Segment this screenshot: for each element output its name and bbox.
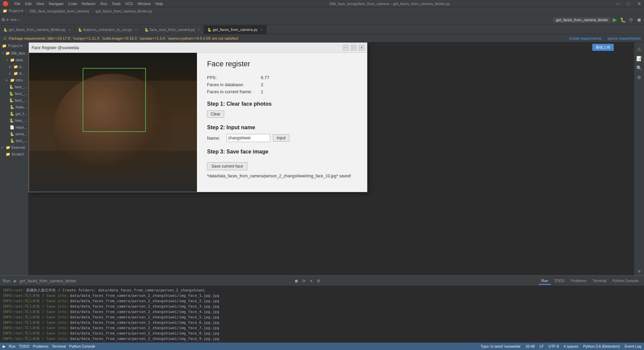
menu-window[interactable]: Window bbox=[137, 2, 151, 6]
run-line-7: INFO:root:写入本地 / Save into: data/data_fa… bbox=[3, 325, 641, 330]
toolbar-btn-1[interactable]: ⚙ bbox=[1, 17, 5, 22]
side-icon-5[interactable]: ≡ bbox=[635, 267, 643, 275]
side-icon-2[interactable]: 📝 bbox=[635, 55, 643, 63]
side-icon-4[interactable]: ⚙ bbox=[635, 73, 643, 81]
run-btn[interactable]: ▶ bbox=[613, 16, 617, 23]
toolbar-btn-2[interactable]: ≡ bbox=[6, 17, 9, 22]
run-line-3: INFO:root:写入本地 / Save into: data/data_fa… bbox=[3, 304, 641, 309]
tree-featu[interactable]: ▶ 🐍 featu... bbox=[0, 104, 28, 110]
run-tab-python-console[interactable]: Python Console bbox=[610, 277, 641, 285]
toolbar-btn-3[interactable]: ⇥ bbox=[9, 17, 13, 22]
debug-btn[interactable]: 🐛 bbox=[620, 17, 626, 23]
menu-view[interactable]: View bbox=[36, 2, 44, 6]
tree-external[interactable]: ▶ 📁 External bbox=[0, 144, 28, 151]
toolbar-run4[interactable]: ⏹ bbox=[637, 17, 641, 23]
tree-test[interactable]: ▶ 🐍 test_... bbox=[0, 137, 28, 144]
run-tab-terminal[interactable]: Terminal bbox=[590, 277, 609, 285]
menu-file[interactable]: File bbox=[14, 2, 21, 6]
center-content: 380 381 382 383 int(())) 接续上传 Face Regi bbox=[29, 42, 634, 275]
status-python-console[interactable]: Python Console bbox=[69, 344, 95, 348]
menu-refactor[interactable]: Refactor bbox=[82, 2, 96, 6]
menu-help[interactable]: Help bbox=[155, 2, 163, 6]
tree-face2[interactable]: ▶ 🐍 face_... bbox=[0, 90, 28, 97]
tree-d1[interactable]: ▶ 📁 d... bbox=[0, 63, 28, 70]
close-run-btn[interactable]: ✕ bbox=[309, 278, 314, 284]
stop-btn[interactable]: ⏹ bbox=[294, 278, 299, 284]
status-event-log[interactable]: Event Log bbox=[625, 344, 641, 348]
file-tree-panel: 📁 Project ▾ ▼ 📁 Dlib_face... ▼ 📁 data bbox=[0, 42, 29, 275]
blue-btn-area: 接续上传 bbox=[592, 44, 614, 51]
menu-navigate[interactable]: Navigate bbox=[49, 2, 63, 6]
tab-label-2: face_reco_from_camera.py bbox=[150, 28, 195, 32]
side-icon-3[interactable]: 🔍 bbox=[635, 64, 643, 72]
titlebar-minimize[interactable]: ─ bbox=[616, 1, 620, 6]
run-tab-todo[interactable]: TODO bbox=[552, 277, 568, 285]
tab-face-reco[interactable]: 🐍 face_reco_from_camera.py ✕ bbox=[141, 25, 204, 34]
tree-root[interactable]: ▼ 📁 Dlib_face... bbox=[0, 50, 28, 57]
ignore-requirements-btn[interactable]: Ignore requirements bbox=[608, 36, 641, 40]
upload-button[interactable]: 接续上传 bbox=[592, 44, 614, 51]
status-position: 33:48 bbox=[525, 344, 535, 348]
tree-requi[interactable]: ▶ 📄 requi... bbox=[0, 124, 28, 131]
tree-face1[interactable]: ▶ 🐍 face_... bbox=[0, 83, 28, 90]
tab-get-faces-camera[interactable]: 🐍 get_faces_from_camera.py ✕ bbox=[204, 25, 267, 34]
tab-features-extraction[interactable]: 🐍 features_extraction_to_csv.py ✕ bbox=[75, 25, 141, 34]
status-run-label[interactable]: Run bbox=[9, 344, 15, 348]
tab-close-3[interactable]: ✕ bbox=[260, 28, 263, 32]
clear-button[interactable]: Clear bbox=[207, 110, 224, 118]
faces-frame-value: 1 bbox=[261, 89, 263, 94]
faces-db-value: 2 bbox=[261, 82, 263, 87]
menubar: 🔴 File Edit View Navigate Code Refactor … bbox=[0, 0, 644, 7]
dialog-close-btn[interactable]: ✕ bbox=[359, 45, 364, 50]
side-icon-1[interactable]: ⚠ bbox=[635, 45, 643, 53]
input-button[interactable]: Input bbox=[273, 134, 289, 142]
tree-scratch[interactable]: ▶ 📁 Scratch bbox=[0, 151, 28, 158]
name-input[interactable] bbox=[227, 134, 270, 142]
run-line-5: INFO:root:写入本地 / Save into: data/data_fa… bbox=[3, 314, 641, 320]
project-header-label: Project ▾ bbox=[8, 44, 23, 48]
menu-tools[interactable]: Tools bbox=[112, 2, 121, 6]
tree-getf[interactable]: ▶ 🐍 get_f... bbox=[0, 110, 28, 117]
project-label[interactable]: Project ▾ bbox=[9, 9, 23, 13]
toolbar-btn-5[interactable]: – bbox=[18, 17, 21, 22]
save-current-face-button[interactable]: Save current face bbox=[207, 162, 247, 170]
tree-data[interactable]: ▼ 📁 data bbox=[0, 57, 28, 63]
install-requirements-btn[interactable]: Install requirements bbox=[569, 36, 602, 40]
run-tab-run[interactable]: Run bbox=[539, 277, 551, 285]
dialog-minimize-btn[interactable]: ─ bbox=[343, 45, 348, 50]
menu-code[interactable]: Code bbox=[68, 2, 77, 6]
tree-d2[interactable]: ▶ 📁 d... bbox=[0, 70, 28, 77]
status-todo[interactable]: TODO bbox=[19, 344, 30, 348]
dialog-maximize-btn[interactable]: □ bbox=[351, 45, 356, 50]
titlebar-close[interactable]: ✕ bbox=[637, 1, 641, 6]
run-script-icon: ▶ bbox=[14, 279, 17, 283]
tree-how[interactable]: ▶ 🐍 how_... bbox=[0, 117, 28, 124]
face-detection-box bbox=[83, 68, 146, 132]
run-panel-header: Run: ▶ get_faces_from_camera_tkinter ⏹ ⟳… bbox=[0, 276, 644, 286]
tab-close-2[interactable]: ✕ bbox=[198, 28, 200, 32]
fps-label: FPS: bbox=[207, 75, 261, 80]
rerun-btn[interactable]: ⟳ bbox=[301, 278, 307, 284]
dialog-title-text: Face Register @suoweida bbox=[32, 45, 340, 50]
status-problems[interactable]: Problems bbox=[33, 344, 48, 348]
tab-close-1[interactable]: ✕ bbox=[135, 28, 137, 32]
project-bar: 📁 Project ▾ | Dlib_face_recognition_from… bbox=[0, 7, 644, 15]
settings-run-btn[interactable]: ⚙ bbox=[316, 278, 321, 284]
menu-edit[interactable]: Edit bbox=[25, 2, 32, 6]
titlebar-maximize[interactable]: □ bbox=[627, 1, 630, 6]
tab-close-0[interactable]: ✕ bbox=[68, 28, 71, 32]
tree-intro[interactable]: ▶ 📁 intro bbox=[0, 77, 28, 83]
status-terminal[interactable]: Terminal bbox=[52, 344, 66, 348]
status-indent: 4 spaces bbox=[564, 344, 578, 348]
run-tab-problems[interactable]: Problems bbox=[568, 277, 589, 285]
run-line-9: INFO:root:写入本地 / Save into: data/data_fa… bbox=[3, 336, 641, 341]
menu-vcs[interactable]: VCS bbox=[125, 2, 133, 6]
tree-face3[interactable]: ▶ 🐍 face_... bbox=[0, 97, 28, 104]
toolbar-btn-4[interactable]: ⇤ bbox=[14, 17, 17, 22]
run-line-4: INFO:root:写入本地 / Save into: data/data_fa… bbox=[3, 309, 641, 314]
tree-simsi[interactable]: ▶ 🐍 simsi... bbox=[0, 131, 28, 137]
dialog-right-panel: Face register FPS: 6.77 Faces in databas… bbox=[197, 53, 367, 192]
tab-get-faces-tkinter[interactable]: 🐍 get_faces_from_camera_tkinter.py ✕ bbox=[0, 25, 75, 34]
toolbar-run3[interactable]: ⟳ bbox=[629, 17, 633, 23]
menu-run[interactable]: Run bbox=[100, 2, 107, 6]
